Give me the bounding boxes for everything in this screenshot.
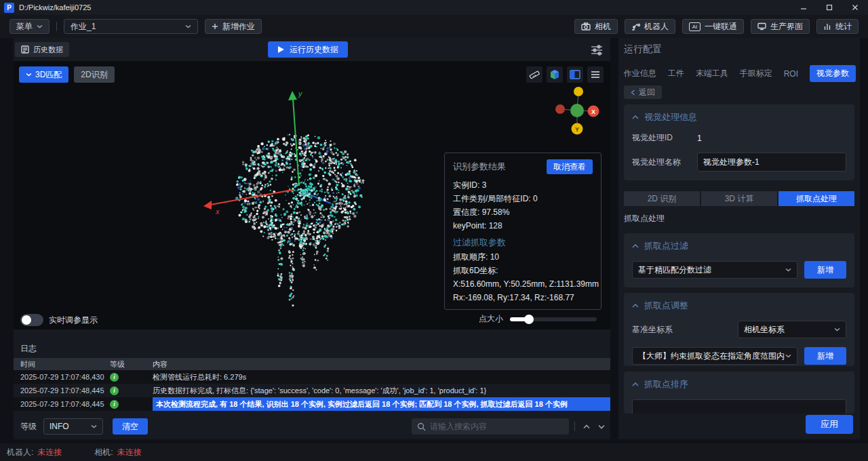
display-settings-button[interactable]	[589, 42, 605, 58]
back-button[interactable]: 返回	[624, 85, 662, 99]
grasp-xyz: X:516.60mm, Y:50.25mm, Z:1131.39mm	[453, 277, 593, 291]
slider-handle[interactable]	[524, 315, 534, 324]
tab-2d-recog[interactable]: 2D 识别	[624, 191, 700, 206]
orientation-gizmo[interactable]: X Y	[552, 84, 602, 140]
tab-workpiece[interactable]: 工件	[668, 68, 684, 79]
result-instance-id: 实例ID: 3	[453, 178, 593, 192]
vision-info-header[interactable]: 视觉处理信息	[632, 111, 846, 123]
chevron-up-icon	[632, 115, 639, 119]
tab-hand-eye-calibration[interactable]: 手眼标定	[740, 68, 772, 79]
search-divider	[574, 422, 575, 431]
add-adjust-button[interactable]: 新增	[804, 347, 846, 365]
vision-info-title: 视觉处理信息	[644, 111, 697, 123]
grasp-sort-select[interactable]	[632, 399, 846, 414]
minimize-button[interactable]	[791, 0, 816, 15]
tab-2d-recognition-label: 2D识别	[81, 69, 107, 81]
cancel-view-button[interactable]: 取消查看	[547, 159, 593, 174]
cube-view-button[interactable]	[547, 66, 563, 83]
search-next-button[interactable]	[595, 420, 608, 433]
one-key-link-button[interactable]: AI 一键联通	[682, 19, 744, 34]
bar-chart-icon	[823, 22, 831, 31]
camera-button-label: 相机	[595, 21, 611, 33]
log-row-highlighted[interactable]: 2025-07-29 17:07:48,445 i 本次检测流程完成, 有 18…	[14, 397, 610, 411]
search-prev-button[interactable]	[580, 420, 593, 433]
app-logo: P	[4, 3, 14, 13]
history-data-button[interactable]: 历史数据	[15, 42, 69, 57]
gizmo-axis-ball[interactable]	[555, 104, 565, 114]
window-title: D:/Pickwiz/kafeiji0725	[19, 3, 91, 12]
menu-button-label: 菜单	[16, 21, 33, 33]
viewport-menu-button[interactable]	[587, 66, 604, 83]
log-col-level: 等级	[107, 359, 153, 369]
log-row[interactable]: 2025-07-29 17:07:48,445 i 历史数据打标完成, 打标信息…	[14, 384, 610, 397]
history-data-label: 历史数据	[33, 45, 63, 55]
plus-icon	[212, 23, 218, 30]
add-filter-button[interactable]: 新增	[804, 261, 846, 279]
grasp-filter-select[interactable]: 基于精匹配分数过滤	[632, 261, 797, 279]
clear-log-button[interactable]: 清空	[113, 418, 148, 435]
tab-2d-recognition[interactable]: 2D识别	[74, 66, 114, 83]
grasp-filter-value: 基于精匹配分数过滤	[638, 264, 711, 276]
robot-button[interactable]: 机器人	[625, 19, 675, 34]
log-time: 2025-07-29 17:07:48,445	[14, 386, 107, 395]
tab-3d-compute[interactable]: 3D 计算	[701, 191, 777, 206]
titlebar: P D:/Pickwiz/kafeiji0725	[0, 0, 868, 15]
grasp-adjust-select[interactable]: 【大师】约束抓取姿态在指定角度范围内	[632, 347, 797, 365]
grasp-adjust-value: 【大师】约束抓取姿态在指定角度范围内	[638, 350, 785, 362]
add-job-button[interactable]: 新增作业	[205, 19, 262, 34]
point-size-slider[interactable]	[510, 317, 597, 321]
tab-roi[interactable]: ROI	[784, 69, 798, 79]
split-view-button[interactable]	[567, 66, 583, 83]
production-view-button[interactable]: 生产界面	[751, 19, 810, 34]
stats-button[interactable]: 统计	[816, 19, 859, 34]
log-controls: 等级 INFO 清空	[14, 418, 610, 435]
tab-grasp-point[interactable]: 抓取点处理	[778, 191, 854, 206]
camera-button[interactable]: 相机	[574, 19, 618, 34]
chevron-down-icon	[785, 268, 791, 272]
one-key-link-label: 一键联通	[705, 21, 737, 33]
tab-3d-match-label: 3D匹配	[35, 69, 62, 81]
base-frame-label: 基准坐标系	[632, 324, 738, 336]
tab-vision-params[interactable]: 视觉参数	[810, 65, 856, 82]
tab-job-info[interactable]: 作业信息	[624, 68, 656, 79]
info-level-icon: i	[110, 373, 119, 382]
grasp-filter-header[interactable]: 抓取点过滤	[632, 240, 846, 252]
gizmo-center-ball[interactable]	[570, 104, 584, 117]
maximize-button[interactable]	[816, 0, 842, 15]
sliders-icon	[591, 45, 603, 56]
app-window: P D:/Pickwiz/kafeiji0725 菜单 作业_1 新增作业 相机	[0, 0, 868, 461]
point-cloud	[235, 134, 364, 306]
apply-button[interactable]: 应用	[806, 415, 853, 434]
grasp-rxyz: Rx:-169.08, Ry:17.34, Rz:-168.77	[453, 291, 593, 304]
grasp-sort-header[interactable]: 抓取点排序	[632, 378, 846, 390]
grasp-filter-title: 抓取点过滤	[644, 240, 688, 252]
base-frame-select[interactable]: 相机坐标系	[738, 321, 846, 338]
y-axis: y	[288, 89, 303, 186]
chevron-down-icon	[26, 73, 32, 77]
log-row[interactable]: 2025-07-29 17:07:48,430 i 检测管线运行总耗时: 6.2…	[14, 370, 610, 384]
vision-name-input[interactable]: 视觉处理参数-1	[697, 153, 846, 172]
menubar: 菜单 作业_1 新增作业 相机 机器人 AI 一键联通	[0, 15, 868, 38]
chevron-down-icon	[37, 24, 43, 28]
run-history-button[interactable]: 运行历史数据	[268, 41, 348, 58]
menu-button[interactable]: 菜单	[9, 19, 50, 34]
job-select[interactable]: 作业_1	[64, 19, 198, 34]
cube-icon	[549, 69, 560, 80]
3d-viewport[interactable]: 3D匹配 2D识别	[14, 61, 610, 329]
gizmo-x-label: X	[591, 108, 595, 115]
gizmo-axis-ball[interactable]	[574, 87, 583, 96]
measure-tool-button[interactable]	[526, 66, 542, 83]
close-button[interactable]	[842, 0, 868, 15]
back-button-label: 返回	[639, 87, 655, 98]
log-search-box	[412, 418, 569, 435]
log-rows: 2025-07-29 17:07:48,430 i 检测管线运行总耗时: 6.2…	[14, 370, 610, 411]
grasp-sort-title: 抓取点排序	[644, 378, 688, 390]
log-level-label: 等级	[20, 421, 37, 433]
log-level-select[interactable]: INFO	[43, 418, 103, 435]
realtime-tuning-toggle[interactable]	[20, 314, 43, 326]
log-search-input[interactable]	[430, 422, 564, 431]
grasp-adjust-header[interactable]: 抓取点调整	[632, 300, 846, 312]
tab-3d-match[interactable]: 3D匹配	[19, 66, 68, 83]
tab-end-tool[interactable]: 末端工具	[696, 68, 728, 79]
viewport-toolbar	[526, 66, 604, 83]
